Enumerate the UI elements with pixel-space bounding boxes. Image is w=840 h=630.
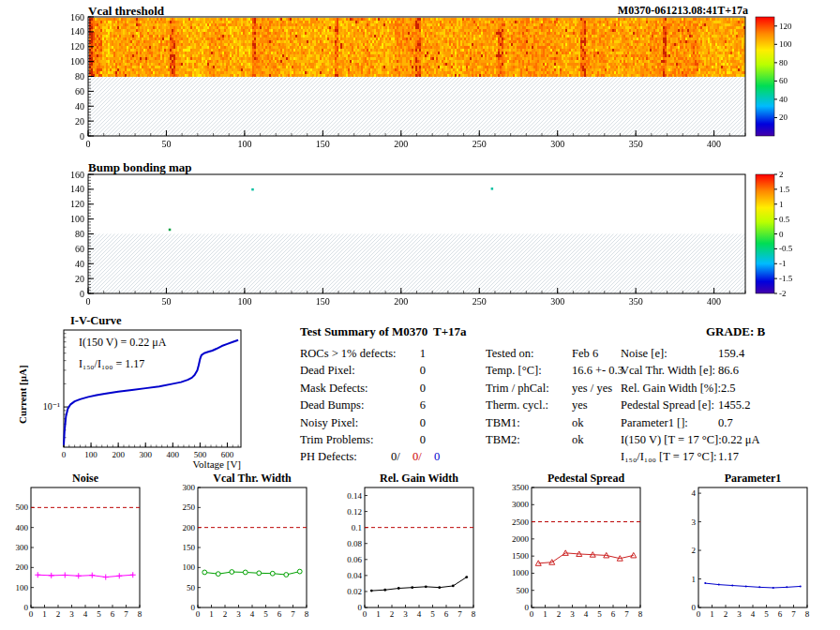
svg-text:0: 0 [24, 603, 29, 612]
svg-text:0: 0 [86, 296, 91, 307]
grade-badge: GRADE: B [706, 324, 765, 339]
svg-text:4: 4 [584, 609, 589, 619]
svg-text:50: 50 [187, 583, 196, 592]
svg-text:100: 100 [16, 583, 29, 592]
svg-text:400: 400 [707, 139, 721, 149]
svg-text:0: 0 [692, 603, 697, 612]
svg-text:2: 2 [56, 609, 61, 619]
summary-label: ROCs > 1% defects: [300, 345, 397, 362]
svg-text:1: 1 [376, 609, 381, 619]
svg-text:1500: 1500 [512, 551, 530, 561]
summary-row: Trim Problems:0 [300, 431, 426, 448]
svg-text:0: 0 [779, 230, 784, 239]
summary-label: Pedestal Spread [e]: [621, 397, 718, 413]
summary-value: 86.6 [718, 362, 739, 379]
svg-text:600: 600 [221, 450, 234, 459]
svg-text:1: 1 [42, 609, 47, 619]
svg-text:80: 80 [75, 229, 84, 239]
summary-label: Noisy Pixel: [300, 414, 358, 431]
svg-text:350: 350 [629, 296, 643, 307]
svg-text:10⁻¹: 10⁻¹ [43, 401, 60, 412]
svg-text:0.5: 0.5 [779, 215, 790, 224]
bump-map-axes: 0501001502002503003504000204060801001201… [0, 158, 840, 309]
summary-label: Trim / phCal: [486, 380, 572, 397]
svg-text:4: 4 [83, 609, 88, 619]
summary-label: Parameter1 []: [621, 414, 718, 431]
summary-value: 0.7 [718, 414, 733, 431]
svg-text:3000: 3000 [512, 500, 530, 509]
svg-text:20: 20 [779, 112, 788, 122]
svg-text:300: 300 [16, 543, 29, 552]
summary-row: Therm. cycl.:yes [486, 397, 623, 413]
summary-value: 1 [420, 345, 426, 362]
svg-text:200: 200 [183, 523, 196, 532]
summary-row: Dead Pixel:0 [300, 362, 426, 379]
svg-text:4: 4 [250, 609, 255, 619]
summary-value: yes / yes [572, 380, 612, 397]
svg-text:400: 400 [167, 450, 180, 459]
summary-value: 6 [420, 397, 426, 413]
summary-label: Dead Pixel: [300, 362, 355, 379]
svg-text:0.04: 0.04 [347, 571, 362, 580]
svg-text:100: 100 [779, 39, 792, 49]
svg-text:5: 5 [263, 609, 268, 619]
summary-row: Dead Bumps:6 [300, 397, 426, 413]
svg-text:8: 8 [805, 609, 810, 619]
svg-text:1.5: 1.5 [779, 185, 790, 194]
summary-label: I(150 V) [T = 17 °C]: [621, 431, 722, 448]
svg-text:40: 40 [75, 259, 84, 269]
svg-text:7: 7 [291, 609, 295, 619]
summary-label: TBM1: [486, 414, 572, 431]
summary-results-column: Noise [e]:159.4Vcal Thr. Width [e]:86.6R… [621, 345, 760, 466]
svg-text:5: 5 [97, 609, 101, 619]
summary-value: 0 [420, 380, 426, 397]
vcal-width-plot: 012345678050100150200250300 [167, 469, 334, 630]
svg-text:2: 2 [390, 609, 395, 619]
summary-label: Noise [e]: [621, 345, 718, 362]
svg-text:80: 80 [75, 71, 84, 82]
svg-text:60: 60 [75, 86, 84, 97]
svg-text:0.14: 0.14 [347, 491, 362, 501]
summary-label: Therm. cycl.: [486, 397, 572, 413]
summary-row: Vcal Thr. Width [e]:86.6 [621, 362, 760, 379]
svg-text:0: 0 [191, 603, 196, 612]
svg-text:3: 3 [570, 609, 575, 619]
svg-text:140: 140 [70, 26, 84, 37]
summary-label: Tested on: [486, 345, 572, 362]
svg-text:6: 6 [611, 609, 616, 619]
svg-text:120: 120 [779, 22, 792, 31]
svg-text:100: 100 [84, 450, 98, 459]
svg-text:20: 20 [75, 274, 84, 284]
svg-text:8: 8 [138, 609, 142, 619]
svg-text:400: 400 [16, 523, 29, 532]
svg-text:0: 0 [530, 609, 534, 619]
svg-text:3: 3 [236, 609, 241, 619]
summary-row: Trim / phCal:yes / yes [486, 380, 623, 397]
svg-text:150: 150 [316, 139, 330, 149]
summary-ph-value: 0 [434, 448, 456, 465]
svg-text:2: 2 [692, 546, 697, 555]
svg-text:7: 7 [791, 609, 796, 619]
svg-text:3: 3 [69, 609, 74, 619]
svg-text:160: 160 [70, 170, 84, 180]
svg-text:2: 2 [779, 170, 784, 179]
svg-text:2: 2 [223, 609, 228, 619]
svg-text:0: 0 [358, 603, 363, 612]
svg-text:100: 100 [237, 139, 251, 149]
iv-plot: 010020030040050060010⁻¹ [0, 309, 300, 473]
svg-text:2: 2 [724, 609, 728, 619]
svg-text:40: 40 [75, 101, 84, 112]
svg-text:50: 50 [161, 296, 171, 307]
summary-label: Mask Defects: [300, 380, 368, 397]
svg-text:0: 0 [196, 609, 201, 619]
summary-value: ok [572, 414, 584, 431]
svg-text:1: 1 [543, 609, 548, 619]
summary-conditions-column: Tested on:Feb 6Temp. [°C]:16.6 +- 0.3Tri… [486, 345, 623, 448]
summary-module-variant: T+17a [433, 324, 467, 339]
svg-text:200: 200 [112, 450, 125, 459]
summary-ph-value: 0/ [391, 448, 412, 465]
svg-text:4: 4 [751, 609, 756, 619]
svg-text:120: 120 [70, 199, 84, 209]
svg-text:-2: -2 [779, 289, 787, 298]
summary-label: Dead Bumps: [300, 397, 364, 413]
